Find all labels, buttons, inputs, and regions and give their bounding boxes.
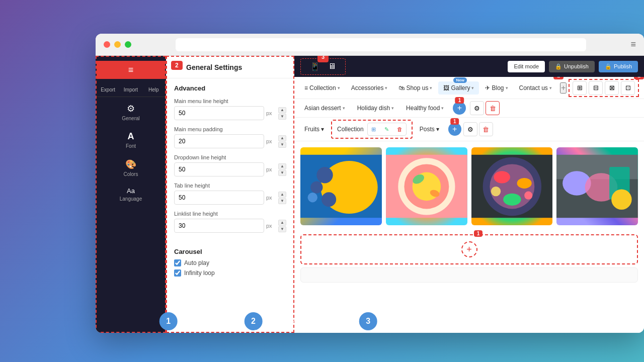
add-nav-item-button[interactable]: +	[560, 82, 567, 94]
stepper-up[interactable]: ▲	[278, 220, 286, 226]
infinity-loop-row: Infinity loop	[174, 269, 286, 277]
main-menu-line-height-stepper[interactable]: ▲ ▼	[278, 107, 286, 120]
svg-point-16	[517, 178, 531, 189]
step-1-badge-ph: 1	[474, 230, 483, 237]
sub-sub-nav: Fruits ▾ Collection ⊞ ✎ 🗑 P	[294, 118, 644, 141]
nav-item-gallery[interactable]: 🖼 Gallery ▾ New	[438, 81, 479, 95]
gallery-grid	[294, 141, 644, 231]
add-section-button[interactable]: +	[461, 241, 477, 257]
sub-nav-settings-btn[interactable]: ⚙	[470, 101, 484, 115]
help-button[interactable]: Help	[142, 85, 165, 95]
unpublish-button[interactable]: 🔒 Unpublish	[549, 61, 595, 72]
gallery-item-3[interactable]	[556, 147, 638, 225]
sidebar-item-language[interactable]: Aa Language	[97, 183, 165, 206]
carousel-title: Carousel	[174, 248, 286, 255]
sidebar-item-colors[interactable]: 🎨 Colors	[97, 155, 165, 181]
chevron-icon: ▾	[385, 85, 387, 90]
stepper-down[interactable]: ▼	[278, 170, 286, 176]
nav-layout-btn-4[interactable]: ⊡	[621, 81, 635, 95]
stepper-up[interactable]: ▲	[278, 107, 286, 113]
legend-badge-3: 3	[359, 312, 377, 330]
stepper-up[interactable]: ▲	[278, 163, 286, 169]
ssn-add-wrapper: 1 +	[448, 123, 461, 136]
ssn-edit-btn-3[interactable]: 🗑	[394, 123, 406, 135]
browser-menu-icon: ≡	[630, 39, 636, 50]
step-3-badge: 3	[317, 56, 329, 62]
hamburger-icon: ≡	[128, 65, 134, 75]
nav-item-contactus[interactable]: Contact us ▾	[514, 81, 557, 95]
close-button[interactable]	[104, 41, 110, 48]
svg-point-15	[494, 171, 510, 183]
main-menu-padding-stepper[interactable]: ▲ ▼	[278, 135, 286, 148]
toolbar-right: Edit mode 🔒 Unpublish 🔒 Publish	[508, 61, 638, 72]
ssn-settings-btn[interactable]: ⚙	[463, 122, 477, 136]
stepper-up[interactable]: ▲	[278, 135, 286, 141]
address-bar[interactable]	[176, 38, 586, 51]
linklist-line-height-stepper[interactable]: ▲ ▼	[278, 220, 286, 232]
gallery-item-2[interactable]	[471, 147, 553, 225]
sidebar-item-font[interactable]: A Font	[97, 127, 165, 153]
tab-line-height-input[interactable]	[174, 191, 264, 205]
auto-play-label: Auto play	[184, 259, 209, 266]
stepper-down[interactable]: ▼	[278, 198, 286, 204]
main-menu-padding-input[interactable]	[174, 134, 264, 148]
nav-layout-btn-2[interactable]: ⊟	[589, 81, 603, 95]
stepper-down[interactable]: ▼	[278, 142, 286, 148]
tab-line-height-stepper[interactable]: ▲ ▼	[278, 192, 286, 204]
import-button[interactable]: Import	[119, 85, 142, 95]
chevron-icon: ▾	[338, 85, 340, 90]
legend-text-3: Mobile and Desktop preview	[383, 317, 485, 326]
ssn-item-fruits[interactable]: Fruits ▾	[299, 124, 329, 135]
dropdown-line-height-field: Dropdown line height px ▲ ▼	[167, 151, 293, 179]
nav-item-collection[interactable]: ≡ Collection ▾	[299, 81, 345, 95]
gallery-item-0[interactable]	[300, 147, 382, 225]
nav-layout-btn-1[interactable]: ⊞	[573, 81, 587, 95]
ssn-edit-btn-1[interactable]: ⊞	[368, 123, 380, 135]
ssn-item-posts[interactable]: Posts ▾	[415, 124, 444, 135]
sub-nav-asian-dessert[interactable]: Asian dessert ▾	[299, 102, 350, 114]
edit-mode-button[interactable]: Edit mode	[508, 61, 545, 72]
gallery-icon: 🖼	[443, 84, 449, 92]
ssn-delete-btn[interactable]: 🗑	[479, 122, 493, 136]
auto-play-row: Auto play	[174, 259, 286, 266]
legend-badge-1: 1	[159, 312, 178, 330]
linklist-line-height-input[interactable]	[174, 219, 264, 233]
chevron-icon: ▾	[436, 126, 439, 133]
carousel-section: Carousel Auto play Infinity loop	[167, 242, 293, 286]
dropdown-line-height-stepper[interactable]: ▲ ▼	[278, 163, 286, 176]
desktop-preview-button[interactable]: 🖥	[325, 61, 339, 72]
bottom-legend: 1 Live edit 2 Customize Panel 3 Mobile a…	[159, 312, 485, 330]
infinity-loop-checkbox[interactable]	[174, 269, 181, 277]
gallery-item-1[interactable]	[386, 147, 467, 225]
auto-play-checkbox[interactable]	[174, 259, 181, 266]
nav-item-shopus[interactable]: 🛍 Shop us ▾	[393, 81, 437, 95]
publish-button[interactable]: 🔒 Publish	[599, 61, 638, 72]
main-menu-line-height-input[interactable]	[174, 106, 264, 120]
step-1-badge-subnav: 1	[455, 97, 464, 104]
sub-nav-delete-btn[interactable]: 🗑	[486, 101, 500, 115]
ssn-item-collection[interactable]: Collection ⊞ ✎ 🗑	[331, 120, 413, 139]
export-button[interactable]: Export	[97, 85, 119, 95]
nav-layout-btn-3[interactable]: ⊠	[605, 81, 619, 95]
chevron-icon: ▾	[430, 85, 432, 90]
sidebar-item-general[interactable]: ⚙ General	[97, 99, 165, 125]
sub-nav-healthy-food[interactable]: Healthy food ▾	[401, 102, 449, 114]
stepper-up[interactable]: ▲	[278, 192, 286, 198]
dropdown-line-height-input[interactable]	[174, 162, 264, 176]
font-icon: A	[128, 131, 134, 142]
sub-nav: Asian dessert ▾ Holiday dish ▾ Healthy f…	[294, 99, 644, 118]
linklist-line-height-field: Linklist line height px ▲ ▼	[167, 208, 293, 236]
new-badge: New	[453, 77, 466, 83]
browser-chrome: ≡	[96, 34, 644, 56]
nav-item-blog[interactable]: ✈ Blog ▾	[480, 81, 513, 95]
stepper-down[interactable]: ▼	[278, 226, 286, 232]
maximize-button[interactable]	[125, 41, 131, 48]
main-content: 3 📱 🖥 Edit mode 🔒 Unpublish	[294, 56, 644, 333]
minimize-button[interactable]	[114, 41, 121, 48]
sub-nav-holiday-dish[interactable]: Holiday dish ▾	[352, 102, 399, 114]
mobile-preview-button[interactable]: 📱	[307, 61, 323, 72]
stepper-down[interactable]: ▼	[278, 114, 286, 120]
settings-header: ← General Settings	[167, 57, 293, 78]
nav-item-accessories[interactable]: Accessories ▾	[346, 81, 393, 95]
ssn-edit-btn-2[interactable]: ✎	[381, 123, 393, 135]
